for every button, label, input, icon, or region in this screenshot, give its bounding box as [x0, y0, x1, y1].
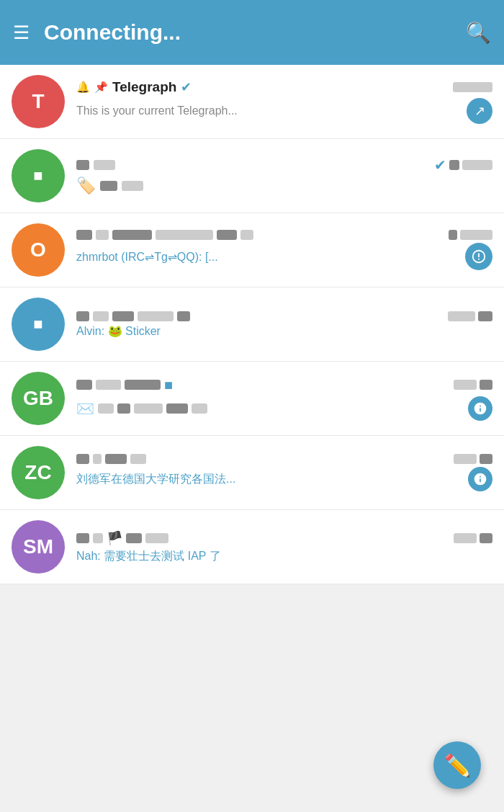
redacted-block	[240, 230, 253, 240]
bot-icon	[468, 396, 492, 421]
chat-content: ■ ✉️	[76, 377, 492, 421]
redacted-block	[449, 230, 457, 240]
redacted-block	[93, 533, 103, 543]
redacted-block	[100, 181, 117, 191]
bot-icon	[468, 467, 492, 491]
avatar: O	[12, 223, 65, 277]
redacted-block	[122, 181, 143, 191]
envelope-icon: ✉️	[76, 400, 94, 417]
chat-preview: Alvin: 🐸 Sticker	[76, 324, 161, 338]
avatar: GB	[12, 372, 65, 425]
redacted-block	[454, 454, 477, 464]
chat-content: ✔ 🏷️	[76, 156, 492, 195]
redacted-block	[166, 403, 188, 414]
time-redacted	[453, 82, 492, 92]
pin-icon: 📌	[94, 81, 108, 94]
redacted-block	[480, 533, 492, 543]
redacted-block	[217, 230, 237, 240]
redacted-block	[76, 160, 89, 170]
chat-content: 🔔 📌 Telegraph ✔ This is your current Tel…	[76, 79, 492, 124]
redacted-block	[478, 311, 492, 321]
list-item[interactable]: T 🔔 📌 Telegraph ✔ This is your current T…	[0, 65, 504, 139]
redacted-block	[105, 454, 127, 464]
redacted-block	[117, 403, 130, 414]
redacted-block	[449, 160, 459, 170]
menu-icon[interactable]: ☰	[13, 22, 30, 44]
redacted-block	[76, 230, 92, 240]
redacted-block	[76, 454, 89, 464]
redacted-block	[93, 454, 102, 464]
chat-content: Alvin: 🐸 Sticker	[76, 311, 492, 338]
chat-name: Telegraph	[112, 79, 176, 95]
redacted-block	[462, 160, 492, 170]
compose-icon: ✏️	[444, 753, 471, 778]
emoji-icon: 🏷️	[76, 177, 96, 195]
read-icon: ✔	[434, 156, 446, 174]
chat-preview: Nah: 需要壮士去测试 IAP 了	[76, 549, 221, 564]
redacted-block	[125, 380, 161, 390]
redacted-block	[156, 230, 213, 240]
redacted-block	[480, 454, 492, 464]
list-item[interactable]: GB ■ ✉️	[0, 362, 504, 436]
read-icon: ■	[164, 377, 173, 393]
app-header: ☰ Connecting... 🔍	[0, 0, 504, 65]
redacted-block	[460, 230, 492, 240]
chat-content: 刘德军在德国大学研究各国法...	[76, 454, 492, 491]
list-item[interactable]: ■ ✔ 🏷️	[0, 139, 504, 213]
redacted-block	[454, 380, 477, 390]
redacted-block	[96, 380, 121, 390]
list-item[interactable]: ■ Alvin: 🐸 Sticker	[0, 287, 504, 362]
forward-icon: ↗	[467, 98, 492, 124]
redacted-block	[112, 311, 134, 321]
list-item[interactable]: ZC 刘德军在德国大学研究各国法...	[0, 436, 504, 510]
redacted-block	[138, 311, 174, 321]
redacted-block	[126, 533, 142, 543]
emoji-block: 🏴	[107, 530, 122, 546]
list-item[interactable]: O zhmrbot (IRC⇌Tg⇌QQ): [...	[0, 213, 504, 287]
redacted-block	[94, 160, 115, 170]
redacted-block	[76, 311, 89, 321]
redacted-block	[145, 533, 168, 543]
header-title: Connecting...	[44, 20, 466, 45]
search-icon[interactable]: 🔍	[466, 21, 491, 45]
redacted-block	[98, 403, 114, 414]
avatar: T	[12, 75, 65, 128]
avatar: ■	[12, 298, 65, 351]
redacted-block	[177, 311, 190, 321]
chat-content: zhmrbot (IRC⇌Tg⇌QQ): [...	[76, 230, 492, 270]
redacted-block	[448, 311, 475, 321]
redacted-block	[96, 230, 109, 240]
chat-preview: This is your current Telegraph...	[76, 104, 238, 117]
redacted-block	[93, 311, 109, 321]
compose-fab[interactable]: ✏️	[433, 741, 481, 789]
redacted-block	[454, 533, 477, 543]
redacted-block	[134, 403, 163, 414]
redacted-block	[130, 454, 146, 464]
redacted-block	[480, 380, 492, 390]
chat-preview: 刘德军在德国大学研究各国法...	[76, 472, 235, 487]
muted-icon: 🔔	[76, 81, 90, 94]
list-item[interactable]: SM 🏴 Nah: 需要壮士去测试 IAP 了	[0, 510, 504, 584]
bot-icon	[465, 243, 492, 270]
chat-content: 🏴 Nah: 需要壮士去测试 IAP 了	[76, 530, 492, 564]
verified-badge: ✔	[181, 79, 192, 95]
redacted-block	[76, 380, 92, 390]
redacted-block	[76, 533, 89, 543]
chat-preview: zhmrbot (IRC⇌Tg⇌QQ): [...	[76, 250, 218, 264]
chat-list: T 🔔 📌 Telegraph ✔ This is your current T…	[0, 65, 504, 584]
avatar: ■	[12, 149, 65, 202]
avatar: SM	[12, 520, 65, 574]
redacted-block	[112, 230, 152, 240]
avatar: ZC	[12, 446, 65, 499]
redacted-block	[192, 403, 207, 414]
